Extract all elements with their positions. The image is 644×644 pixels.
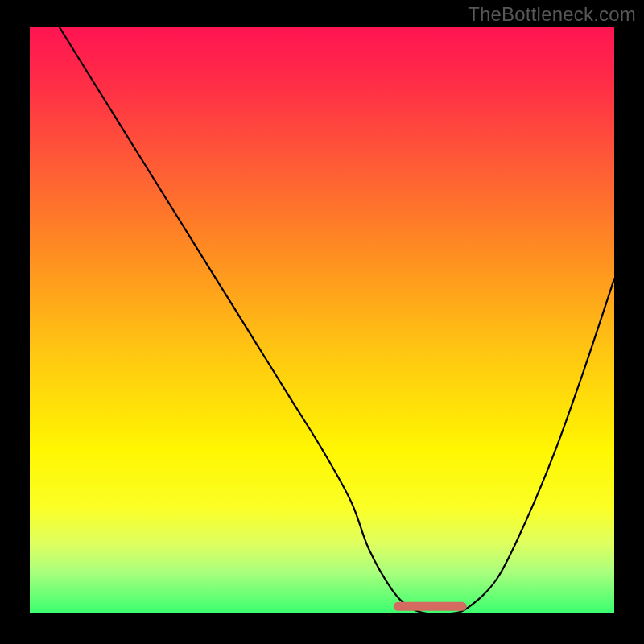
plot-area [30, 27, 614, 613]
chart-frame: TheBottleneck.com [0, 0, 644, 644]
series-curve [59, 27, 614, 613]
chart-svg [30, 27, 614, 613]
watermark-text: TheBottleneck.com [468, 3, 636, 26]
